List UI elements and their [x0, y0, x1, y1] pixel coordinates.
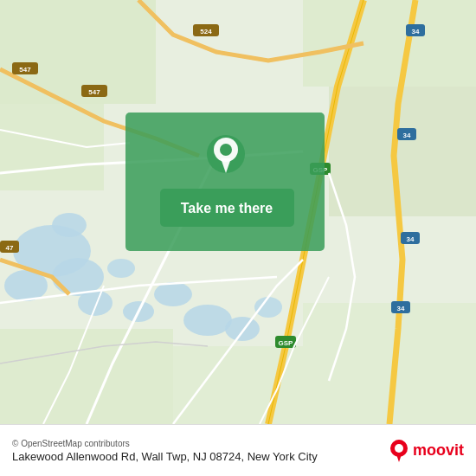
moovit-brand-label: moovit [413, 441, 464, 460]
svg-point-9 [254, 297, 282, 318]
svg-point-10 [52, 213, 87, 237]
svg-point-11 [107, 259, 135, 278]
svg-text:GSP: GSP [279, 339, 294, 347]
svg-point-7 [183, 305, 232, 336]
svg-text:547: 547 [19, 66, 31, 74]
map-view[interactable]: GSP GSP 34 34 34 34 547 547 524 [0, 0, 476, 424]
svg-marker-47 [396, 454, 402, 462]
svg-rect-39 [125, 113, 325, 251]
svg-text:34: 34 [412, 28, 420, 35]
svg-text:34: 34 [407, 235, 415, 243]
location-info: © OpenStreetMap contributors Lakewood Al… [12, 439, 318, 463]
svg-text:547: 547 [88, 88, 100, 96]
bottom-info-bar: © OpenStreetMap contributors Lakewood Al… [0, 424, 476, 476]
svg-point-8 [225, 317, 260, 341]
svg-point-4 [78, 290, 113, 316]
osm-attribution: © OpenStreetMap contributors [12, 439, 318, 448]
svg-text:34: 34 [403, 132, 411, 139]
svg-text:47: 47 [6, 244, 14, 252]
svg-point-46 [395, 444, 403, 453]
svg-point-6 [154, 282, 192, 306]
moovit-logo-icon: moovit [389, 439, 464, 463]
svg-rect-12 [0, 0, 156, 104]
svg-rect-14 [303, 0, 476, 87]
svg-point-42 [220, 144, 232, 156]
svg-text:34: 34 [397, 305, 405, 312]
moovit-pin-icon [389, 439, 408, 463]
svg-text:524: 524 [200, 28, 212, 35]
svg-text:Take me there: Take me there [181, 201, 273, 215]
location-label: Lakewood Allenwood Rd, Wall Twp, NJ 0872… [12, 450, 318, 463]
svg-rect-15 [329, 87, 476, 216]
